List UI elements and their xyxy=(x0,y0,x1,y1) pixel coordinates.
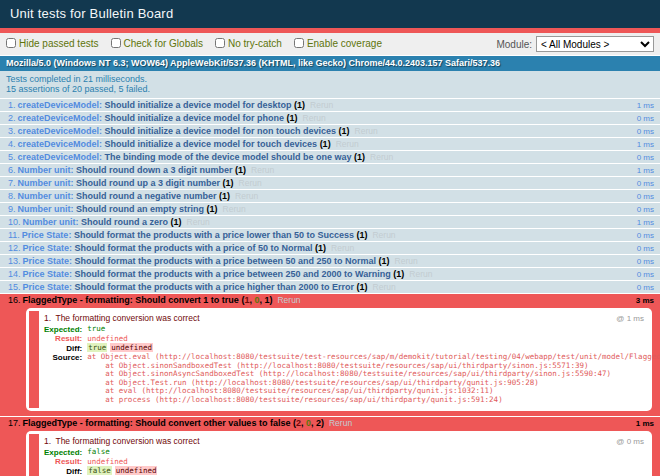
test-runtime: 0 ms xyxy=(637,114,654,124)
test-number: 14. xyxy=(8,269,21,279)
rerun-link[interactable]: Rerun xyxy=(223,204,246,214)
checkbox-label-hide-passed-tests[interactable]: Hide passed tests xyxy=(6,38,99,49)
test-result-summary: Tests completed in 21 milliseconds. 15 a… xyxy=(0,71,660,99)
rerun-link[interactable]: Rerun xyxy=(239,178,262,188)
test-name: Should format the products with a price … xyxy=(75,269,394,279)
module-name: Number unit xyxy=(23,217,76,227)
rerun-link[interactable]: Rerun xyxy=(336,139,359,149)
assert-counts: (1) xyxy=(339,126,350,136)
test-number: 12. xyxy=(8,243,21,253)
assert-runtime: @ 1 ms xyxy=(616,314,644,324)
page-title: Unit tests for Bulletin Board xyxy=(0,0,660,28)
rerun-link[interactable]: Rerun xyxy=(372,230,395,240)
enable-coverage-checkbox[interactable] xyxy=(294,38,304,48)
assert-counts: (1) xyxy=(287,113,298,123)
diff-added: undefined xyxy=(110,343,153,352)
test-number: 5. xyxy=(8,152,16,162)
checkbox-label-enable-coverage[interactable]: Enable coverage xyxy=(294,38,382,49)
expected-label: Expected: xyxy=(44,325,87,335)
test-row: 0 ms11.Price State: Should format the pr… xyxy=(0,229,660,242)
user-agent: Mozilla/5.0 (Windows NT 6.3; WOW64) Appl… xyxy=(0,56,660,71)
expected-row: Expected:true xyxy=(44,325,660,335)
module-select[interactable]: < All Modules > xyxy=(536,36,654,52)
check-for-globals-label-text: Check for Globals xyxy=(124,38,203,49)
test-number: 1. xyxy=(8,100,16,110)
test-runtime: 3 ms xyxy=(636,296,654,306)
test-name: Should format the products with a price … xyxy=(75,282,357,292)
passed-count: 0 xyxy=(254,295,259,305)
expected-value: false xyxy=(87,448,660,457)
assert-counts: (1) xyxy=(235,165,246,175)
rerun-link[interactable]: Rerun xyxy=(331,243,354,253)
no-try-catch-checkbox[interactable] xyxy=(215,38,225,48)
test-number: 10. xyxy=(8,217,21,227)
assert-counts: (1) xyxy=(315,243,326,253)
source-value-cell: at Object.eval (http://localhost:8080/te… xyxy=(87,353,660,404)
hide-passed-tests-label-text: Hide passed tests xyxy=(19,38,99,49)
module-name: FlaggedType - formatting xyxy=(23,418,130,428)
result-value-cell: undefined xyxy=(87,334,660,344)
assert-counts: (1) xyxy=(294,100,305,110)
qunit-page: Unit tests for Bulletin Board Hide passe… xyxy=(0,0,660,476)
test-runtime: 0 ms xyxy=(637,153,654,163)
test-name: Should convert 1 to true xyxy=(135,295,241,305)
rerun-link[interactable]: Rerun xyxy=(373,282,396,292)
rerun-link[interactable]: Rerun xyxy=(277,295,300,305)
module-name: Price State xyxy=(22,230,69,240)
passed-count: 0 xyxy=(306,418,311,428)
module-name: Price State xyxy=(23,243,70,253)
assert-counts: (1) xyxy=(356,230,367,240)
module-name: Price State xyxy=(23,282,70,292)
result-value: undefined xyxy=(87,458,660,467)
rerun-link[interactable]: Rerun xyxy=(329,418,352,428)
toolbar: Hide passed testsCheck for GlobalsNo try… xyxy=(0,33,660,56)
rerun-link[interactable]: Rerun xyxy=(409,269,432,279)
module-name: Number unit xyxy=(18,178,71,188)
test-row: 0 ms5.createDeviceModel: The binding mod… xyxy=(0,151,660,164)
test-number: 3. xyxy=(8,126,16,136)
rerun-link[interactable]: Rerun xyxy=(303,113,326,123)
test-row: 0 ms13.Price State: Should format the pr… xyxy=(0,255,660,268)
failed-count: 2 xyxy=(296,418,301,428)
test-number: 16. xyxy=(8,295,21,305)
test-number: 17. xyxy=(8,418,21,428)
rerun-link[interactable]: Rerun xyxy=(310,100,333,110)
test-title: Price State: Should format the products … xyxy=(23,243,327,253)
expected-label: Expected: xyxy=(44,448,87,458)
test-row: 0 ms3.createDeviceModel: Should initiali… xyxy=(0,125,660,138)
rerun-link[interactable]: Rerun xyxy=(251,165,274,175)
test-title: FlaggedType - formatting: Should convert… xyxy=(23,418,324,428)
diff-label: Diff: xyxy=(44,467,87,476)
test-name: Should convert other values to false xyxy=(135,418,293,428)
rerun-link[interactable]: Rerun xyxy=(395,256,418,266)
rerun-link[interactable]: Rerun xyxy=(187,217,210,227)
assert-list: @ 0 ms1. The formatting conversion was c… xyxy=(26,431,652,476)
assert-counts: (1) xyxy=(354,152,365,162)
test-runtime: 0 ms xyxy=(637,244,654,254)
test-name: Should format the products with a price … xyxy=(75,256,379,266)
rerun-link[interactable]: Rerun xyxy=(370,152,393,162)
rerun-link[interactable]: Rerun xyxy=(355,126,378,136)
module-name: createDeviceModel xyxy=(18,139,100,149)
assert-counts: (2, 0, 2) xyxy=(293,418,324,428)
test-name: Should round up a 3 digit number xyxy=(76,178,223,188)
source-row: Source:at Object.eval (http://localhost:… xyxy=(44,353,660,404)
check-for-globals-checkbox[interactable] xyxy=(111,38,121,48)
assert-counts: (1) xyxy=(171,217,182,227)
test-title: Number unit: Should round down a 3 digit… xyxy=(18,165,247,175)
test-runtime: 0 ms xyxy=(637,283,654,293)
test-runtime: 1 ms xyxy=(637,218,654,228)
test-title: createDeviceModel: Should initialize a d… xyxy=(18,139,331,149)
rerun-link[interactable]: Rerun xyxy=(235,191,258,201)
checkbox-label-check-for-globals[interactable]: Check for Globals xyxy=(111,38,203,49)
assert-counts: (1) xyxy=(207,204,218,214)
test-row: 0 ms9.Number unit: Should round an empty… xyxy=(0,203,660,216)
hide-passed-tests-checkbox[interactable] xyxy=(6,38,16,48)
test-title: Number unit: Should round a negative num… xyxy=(18,191,231,201)
test-number: 9. xyxy=(8,204,16,214)
checkbox-label-no-try-catch[interactable]: No try-catch xyxy=(215,38,282,49)
module-name: createDeviceModel xyxy=(18,113,100,123)
assert-counts: (1) xyxy=(379,256,390,266)
test-runtime: 0 ms xyxy=(637,257,654,267)
test-runtime: 1 ms xyxy=(637,140,654,150)
